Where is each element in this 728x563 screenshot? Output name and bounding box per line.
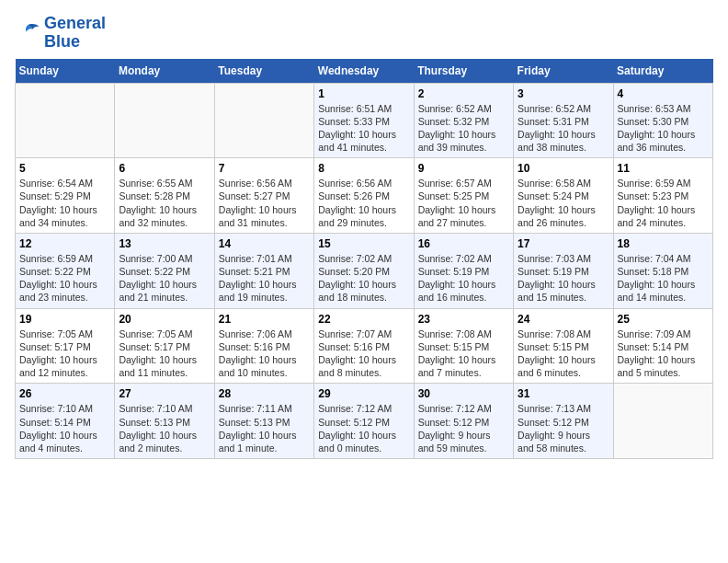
day-info: Sunrise: 6:52 AM Sunset: 5:32 PM Dayligh… — [418, 102, 509, 155]
day-number: 20 — [119, 313, 210, 326]
day-cell — [16, 83, 115, 158]
day-number: 2 — [418, 87, 509, 100]
day-cell: 23Sunrise: 7:08 AM Sunset: 5:15 PM Dayli… — [414, 308, 513, 384]
week-row-5: 26Sunrise: 7:10 AM Sunset: 5:14 PM Dayli… — [16, 384, 713, 459]
day-cell: 24Sunrise: 7:08 AM Sunset: 5:15 PM Dayli… — [514, 308, 613, 384]
day-number: 10 — [518, 162, 609, 175]
day-number: 7 — [219, 162, 310, 175]
day-number: 17 — [518, 237, 609, 250]
calendar-header: SundayMondayTuesdayWednesdayThursdayFrid… — [16, 59, 713, 84]
day-number: 27 — [119, 387, 210, 400]
day-info: Sunrise: 6:58 AM Sunset: 5:24 PM Dayligh… — [518, 177, 609, 229]
day-info: Sunrise: 6:52 AM Sunset: 5:31 PM Dayligh… — [518, 102, 609, 155]
day-number: 21 — [219, 313, 310, 326]
day-info: Sunrise: 7:10 AM Sunset: 5:13 PM Dayligh… — [119, 402, 210, 454]
day-cell: 15Sunrise: 7:02 AM Sunset: 5:20 PM Dayli… — [314, 233, 414, 308]
day-cell: 12Sunrise: 6:59 AM Sunset: 5:22 PM Dayli… — [16, 233, 115, 308]
day-cell: 11Sunrise: 6:59 AM Sunset: 5:23 PM Dayli… — [613, 158, 712, 234]
day-number: 22 — [318, 313, 409, 326]
day-info: Sunrise: 7:07 AM Sunset: 5:16 PM Dayligh… — [318, 327, 409, 380]
logo-icon — [15, 20, 40, 46]
day-cell — [214, 83, 313, 158]
day-cell: 9Sunrise: 6:57 AM Sunset: 5:25 PM Daylig… — [414, 158, 513, 234]
day-cell — [115, 83, 214, 158]
day-number: 19 — [19, 313, 110, 326]
day-cell: 30Sunrise: 7:12 AM Sunset: 5:12 PM Dayli… — [414, 384, 513, 459]
day-cell: 4Sunrise: 6:53 AM Sunset: 5:30 PM Daylig… — [613, 83, 712, 158]
day-info: Sunrise: 7:06 AM Sunset: 5:16 PM Dayligh… — [219, 327, 310, 380]
day-cell: 26Sunrise: 7:10 AM Sunset: 5:14 PM Dayli… — [16, 384, 115, 459]
day-cell: 21Sunrise: 7:06 AM Sunset: 5:16 PM Dayli… — [214, 308, 313, 384]
day-number: 12 — [19, 237, 110, 250]
day-number: 4 — [618, 87, 709, 100]
week-row-4: 19Sunrise: 7:05 AM Sunset: 5:17 PM Dayli… — [16, 308, 713, 384]
calendar-table: SundayMondayTuesdayWednesdayThursdayFrid… — [15, 59, 713, 459]
day-number: 29 — [318, 387, 409, 400]
day-info: Sunrise: 6:51 AM Sunset: 5:33 PM Dayligh… — [318, 102, 409, 155]
day-cell — [613, 384, 712, 459]
day-cell: 17Sunrise: 7:03 AM Sunset: 5:19 PM Dayli… — [514, 233, 613, 308]
day-number: 15 — [318, 237, 409, 250]
day-number: 11 — [618, 162, 709, 175]
day-info: Sunrise: 7:13 AM Sunset: 5:12 PM Dayligh… — [518, 402, 609, 454]
day-info: Sunrise: 7:12 AM Sunset: 5:12 PM Dayligh… — [318, 402, 409, 454]
day-number: 28 — [219, 387, 310, 400]
day-number: 13 — [119, 237, 210, 250]
day-cell: 28Sunrise: 7:11 AM Sunset: 5:13 PM Dayli… — [214, 384, 313, 459]
calendar-body: 1Sunrise: 6:51 AM Sunset: 5:33 PM Daylig… — [16, 83, 713, 458]
day-cell: 31Sunrise: 7:13 AM Sunset: 5:12 PM Dayli… — [514, 384, 613, 459]
day-info: Sunrise: 7:10 AM Sunset: 5:14 PM Dayligh… — [19, 402, 110, 454]
day-number: 9 — [418, 162, 509, 175]
day-cell: 1Sunrise: 6:51 AM Sunset: 5:33 PM Daylig… — [314, 83, 414, 158]
day-info: Sunrise: 6:54 AM Sunset: 5:29 PM Dayligh… — [19, 177, 110, 229]
day-cell: 22Sunrise: 7:07 AM Sunset: 5:16 PM Dayli… — [314, 308, 414, 384]
day-cell: 27Sunrise: 7:10 AM Sunset: 5:13 PM Dayli… — [115, 384, 214, 459]
day-info: Sunrise: 6:56 AM Sunset: 5:27 PM Dayligh… — [219, 177, 310, 229]
day-cell: 8Sunrise: 6:56 AM Sunset: 5:26 PM Daylig… — [314, 158, 414, 234]
day-info: Sunrise: 7:08 AM Sunset: 5:15 PM Dayligh… — [418, 327, 509, 380]
day-info: Sunrise: 7:00 AM Sunset: 5:22 PM Dayligh… — [119, 252, 210, 304]
day-number: 18 — [618, 237, 709, 250]
day-number: 3 — [518, 87, 609, 100]
header-row: SundayMondayTuesdayWednesdayThursdayFrid… — [16, 59, 713, 84]
day-number: 16 — [418, 237, 509, 250]
day-info: Sunrise: 7:03 AM Sunset: 5:19 PM Dayligh… — [518, 252, 609, 304]
logo: General Blue — [15, 15, 106, 52]
day-cell: 6Sunrise: 6:55 AM Sunset: 5:28 PM Daylig… — [115, 158, 214, 234]
day-info: Sunrise: 7:02 AM Sunset: 5:19 PM Dayligh… — [418, 252, 509, 304]
col-header-wednesday: Wednesday — [314, 59, 414, 84]
col-header-sunday: Sunday — [16, 59, 115, 84]
day-info: Sunrise: 7:09 AM Sunset: 5:14 PM Dayligh… — [618, 327, 709, 380]
day-cell: 5Sunrise: 6:54 AM Sunset: 5:29 PM Daylig… — [16, 158, 115, 234]
week-row-2: 5Sunrise: 6:54 AM Sunset: 5:29 PM Daylig… — [16, 158, 713, 234]
day-info: Sunrise: 7:05 AM Sunset: 5:17 PM Dayligh… — [19, 327, 110, 380]
day-cell: 25Sunrise: 7:09 AM Sunset: 5:14 PM Dayli… — [613, 308, 712, 384]
day-number: 8 — [318, 162, 409, 175]
day-info: Sunrise: 7:11 AM Sunset: 5:13 PM Dayligh… — [219, 402, 310, 454]
day-cell: 19Sunrise: 7:05 AM Sunset: 5:17 PM Dayli… — [16, 308, 115, 384]
day-cell: 29Sunrise: 7:12 AM Sunset: 5:12 PM Dayli… — [314, 384, 414, 459]
day-number: 23 — [418, 313, 509, 326]
day-info: Sunrise: 6:53 AM Sunset: 5:30 PM Dayligh… — [618, 102, 709, 155]
day-number: 24 — [518, 313, 609, 326]
day-info: Sunrise: 7:01 AM Sunset: 5:21 PM Dayligh… — [219, 252, 310, 304]
day-info: Sunrise: 6:55 AM Sunset: 5:28 PM Dayligh… — [119, 177, 210, 229]
day-info: Sunrise: 7:12 AM Sunset: 5:12 PM Dayligh… — [418, 402, 509, 454]
col-header-tuesday: Tuesday — [214, 59, 313, 84]
day-number: 25 — [618, 313, 709, 326]
day-info: Sunrise: 7:04 AM Sunset: 5:18 PM Dayligh… — [618, 252, 709, 304]
day-number: 5 — [19, 162, 110, 175]
day-cell: 2Sunrise: 6:52 AM Sunset: 5:32 PM Daylig… — [414, 83, 513, 158]
day-info: Sunrise: 6:59 AM Sunset: 5:22 PM Dayligh… — [19, 252, 110, 304]
day-cell: 14Sunrise: 7:01 AM Sunset: 5:21 PM Dayli… — [214, 233, 313, 308]
day-cell: 7Sunrise: 6:56 AM Sunset: 5:27 PM Daylig… — [214, 158, 313, 234]
day-cell: 20Sunrise: 7:05 AM Sunset: 5:17 PM Dayli… — [115, 308, 214, 384]
day-info: Sunrise: 6:56 AM Sunset: 5:26 PM Dayligh… — [318, 177, 409, 229]
week-row-1: 1Sunrise: 6:51 AM Sunset: 5:33 PM Daylig… — [16, 83, 713, 158]
col-header-thursday: Thursday — [414, 59, 513, 84]
day-number: 14 — [219, 237, 310, 250]
day-info: Sunrise: 6:59 AM Sunset: 5:23 PM Dayligh… — [618, 177, 709, 229]
day-cell: 13Sunrise: 7:00 AM Sunset: 5:22 PM Dayli… — [115, 233, 214, 308]
col-header-saturday: Saturday — [613, 59, 712, 84]
day-cell: 3Sunrise: 6:52 AM Sunset: 5:31 PM Daylig… — [514, 83, 613, 158]
